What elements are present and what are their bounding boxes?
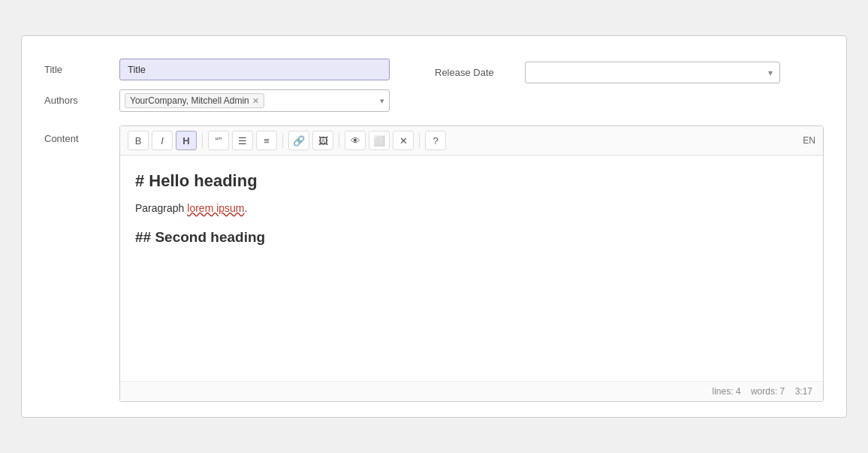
link-icon: 🔗 — [293, 135, 305, 146]
title-label: Title — [44, 59, 119, 75]
authors-row: Authors YourCompany, Mitchell Admin ✕ ▾ — [44, 89, 390, 112]
blockquote-button[interactable]: “” — [208, 131, 229, 150]
heading-icon: H — [182, 135, 189, 146]
content-label: Content — [44, 125, 119, 144]
preview-button[interactable]: 👁 — [345, 131, 366, 150]
paragraph-start: Paragraph — [135, 202, 187, 214]
authors-dropdown-arrow[interactable]: ▾ — [380, 96, 384, 106]
lines-label: lines: — [713, 386, 734, 397]
ul-icon: ☰ — [238, 135, 247, 146]
authors-field-wrapper: YourCompany, Mitchell Admin ✕ ▾ — [119, 89, 390, 112]
bold-button[interactable]: B — [128, 131, 149, 150]
authors-field[interactable]: YourCompany, Mitchell Admin ✕ ▾ — [119, 89, 390, 112]
title-field-wrapper — [119, 59, 390, 80]
title-input[interactable] — [119, 59, 390, 80]
editor-toolbar: B I H “” ☰ ≡ 🔗 🖼 👁 ⬜ ✕ ? EN — [120, 126, 823, 156]
lines-value: 4 — [736, 386, 741, 397]
lang-indicator: EN — [803, 135, 815, 146]
release-date-select[interactable] — [525, 62, 780, 83]
unordered-list-button[interactable]: ☰ — [232, 131, 253, 150]
heading-button[interactable]: H — [176, 131, 197, 150]
release-date-label: Release Date — [435, 67, 525, 78]
eye-icon: 👁 — [351, 135, 360, 146]
heading2: ## Second heading — [135, 228, 808, 247]
fullscreen-button[interactable]: ✕ — [393, 131, 414, 150]
italic-button[interactable]: I — [152, 131, 173, 150]
toolbar-sep-3 — [339, 133, 339, 148]
release-date-select-wrapper — [525, 62, 780, 83]
italic-icon: I — [161, 135, 164, 146]
fullscreen-icon: ✕ — [399, 135, 408, 146]
words-label: words: — [751, 386, 777, 397]
image-icon: 🖼 — [318, 135, 328, 146]
heading1-text: Hello heading — [149, 171, 257, 190]
paragraph: Paragraph lorem ipsum. — [135, 200, 808, 216]
editor-body[interactable]: # Hello heading Paragraph lorem ipsum. #… — [120, 156, 823, 381]
heading1: # Hello heading — [135, 171, 808, 192]
paragraph-end: . — [245, 202, 248, 214]
toolbar-sep-2 — [282, 133, 283, 148]
help-icon: ? — [432, 135, 438, 146]
ol-icon: ≡ — [264, 135, 270, 146]
words-value: 7 — [780, 386, 785, 397]
time-value: 3:17 — [795, 386, 812, 397]
top-row: Title Authors YourCompany, Mitchell Admi… — [44, 59, 824, 112]
toolbar-sep-1 — [202, 133, 203, 148]
link-button[interactable]: 🔗 — [288, 131, 309, 150]
heading2-text: Second heading — [155, 229, 265, 245]
blockquote-icon: “” — [215, 135, 222, 146]
heading2-prefix: ## — [135, 229, 155, 245]
toolbar-sep-4 — [419, 133, 420, 148]
split-button[interactable]: ⬜ — [369, 131, 390, 150]
ordered-list-button[interactable]: ≡ — [256, 131, 277, 150]
remove-author-icon[interactable]: ✕ — [252, 96, 259, 106]
heading1-prefix: # — [135, 171, 149, 190]
author-tag: YourCompany, Mitchell Admin ✕ — [125, 93, 264, 108]
form-container: Title Authors YourCompany, Mitchell Admi… — [21, 35, 847, 418]
help-button[interactable]: ? — [425, 131, 446, 150]
editor-footer: lines: 4 words: 7 3:17 — [120, 381, 823, 401]
left-fields: Title Authors YourCompany, Mitchell Admi… — [44, 59, 390, 112]
author-tag-text: YourCompany, Mitchell Admin — [130, 95, 249, 106]
split-icon: ⬜ — [373, 135, 385, 146]
lorem-ipsum-text: lorem ipsum — [187, 202, 244, 214]
authors-label: Authors — [44, 89, 119, 106]
editor-container: B I H “” ☰ ≡ 🔗 🖼 👁 ⬜ ✕ ? EN — [119, 125, 824, 402]
release-date-wrapper: Release Date — [435, 62, 780, 83]
image-button[interactable]: 🖼 — [312, 131, 333, 150]
content-row: Content B I H “” ☰ ≡ 🔗 🖼 👁 ⬜ ✕ ? EN — [44, 125, 824, 402]
title-row: Title — [44, 59, 390, 80]
